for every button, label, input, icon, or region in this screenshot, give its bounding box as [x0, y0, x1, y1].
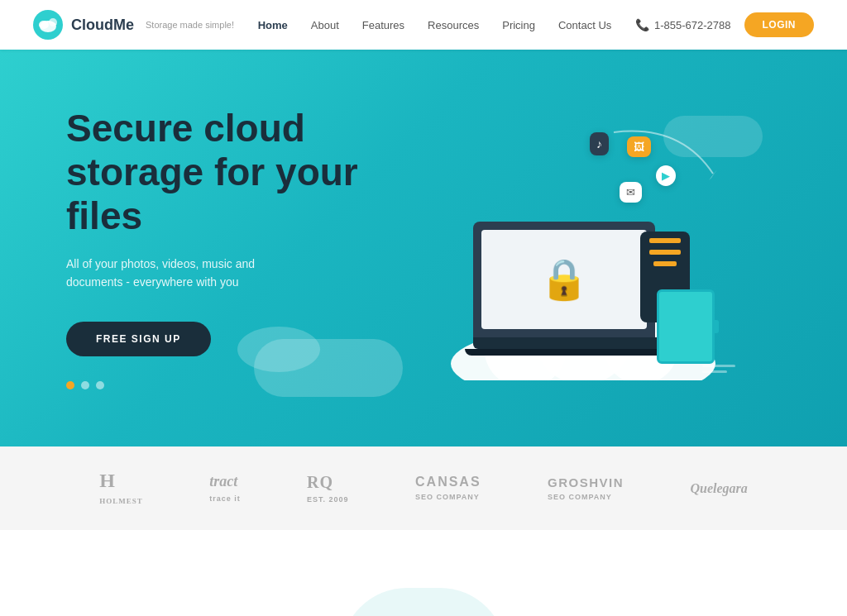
partner-groshvin: GROSHVIN SEO COMPANY	[548, 475, 624, 502]
brand-tagline: Storage made simple!	[146, 20, 234, 30]
lock-icon: 🔒	[539, 256, 589, 303]
phone-screen-line3	[653, 261, 677, 266]
dot-2[interactable]	[81, 381, 89, 389]
hero-dots	[66, 381, 414, 389]
h-line-1	[702, 365, 735, 367]
header-right: 📞 1-855-672-2788 LOGIN	[635, 12, 814, 37]
decorative-lines	[702, 365, 735, 376]
laptop-base	[473, 337, 672, 349]
main-nav: Home About Features Resources Pricing Co…	[258, 19, 612, 31]
nav-pricing[interactable]: Pricing	[502, 19, 535, 31]
cloud-teaser-shape	[341, 588, 506, 616]
about-section: ABOUT US What is CloudMe?	[0, 530, 847, 616]
laptop-screen: 🔒	[473, 222, 655, 337]
phone-area: 📞 1-855-672-2788	[635, 18, 731, 31]
h-line-2	[702, 370, 727, 373]
partner-rq: RQ EST. 2009	[307, 473, 349, 504]
hero-section: Secure cloud storage for your files All …	[0, 50, 847, 446]
laptop-bottom	[465, 349, 680, 356]
hero-illustration: ♪ 🖼 ✉ ▶ 🔒	[414, 91, 781, 405]
login-button[interactable]: LOGIN	[744, 12, 815, 37]
signup-button[interactable]: FREE SIGN UP	[66, 322, 211, 356]
partner-cansas: CANSAS SEO COMPANY	[415, 475, 481, 502]
partner-tract: tract trace it	[209, 473, 241, 504]
header: CloudMe Storage made simple! Home About …	[0, 0, 847, 50]
logo-area: CloudMe Storage made simple!	[33, 10, 234, 40]
nav-features[interactable]: Features	[362, 19, 404, 31]
nav-about[interactable]: About	[311, 19, 339, 31]
tablet-notch	[715, 320, 719, 333]
tablet	[657, 289, 715, 364]
hero-subtitle: All of your photos, videos, music and do…	[66, 255, 314, 292]
laptop-screen-inner: 🔒	[481, 230, 647, 329]
partners-section: H HOLMEST tract trace it RQ EST. 2009 CA…	[0, 446, 847, 530]
brand-name: CloudMe	[71, 17, 134, 34]
hero-title: Secure cloud storage for your files	[66, 107, 414, 238]
partner-holmest: H HOLMEST	[99, 470, 143, 507]
phone-screen-line2	[649, 250, 681, 255]
logo-icon	[33, 10, 63, 40]
nav-home[interactable]: Home	[258, 19, 288, 31]
nav-resources[interactable]: Resources	[428, 19, 479, 31]
dot-1[interactable]	[66, 381, 74, 389]
svg-marker-4	[709, 170, 717, 180]
phone-number: 1-855-672-2788	[654, 19, 731, 31]
dot-3[interactable]	[96, 381, 104, 389]
cloud-teaser	[66, 571, 781, 616]
arrow-decoration	[597, 116, 730, 198]
partner-quelegara: Quelegara	[690, 481, 747, 496]
hero-left: Secure cloud storage for your files All …	[66, 107, 414, 389]
phone-screen-line1	[649, 238, 681, 243]
phone-icon: 📞	[635, 18, 649, 31]
nav-contact[interactable]: Contact Us	[558, 19, 611, 31]
